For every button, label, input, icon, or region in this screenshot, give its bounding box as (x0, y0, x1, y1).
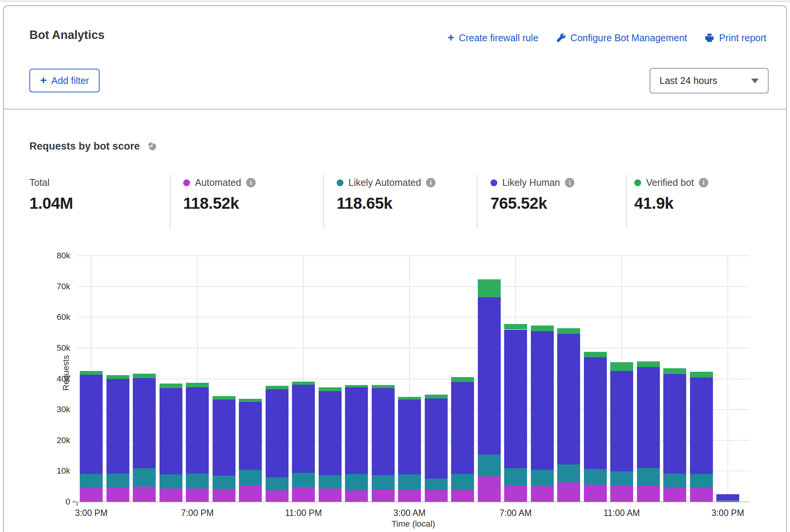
bar-segment-likely-human[interactable] (106, 379, 129, 474)
configure-bot-management-link[interactable]: Configure Bot Management (556, 32, 687, 44)
bar-segment-likely-human[interactable] (504, 330, 527, 469)
bar-segment-verified-bot[interactable] (478, 279, 501, 297)
bar-segment-verified-bot[interactable] (610, 362, 633, 371)
bar-segment-automated[interactable] (319, 488, 342, 502)
bar-segment-verified-bot[interactable] (584, 352, 607, 358)
bar-segment-verified-bot[interactable] (372, 385, 395, 388)
bar-segment-automated[interactable] (504, 485, 527, 502)
bar-segment-likely-human[interactable] (319, 391, 342, 475)
bar-segment-likely-human[interactable] (531, 331, 554, 470)
bar-segment-automated[interactable] (239, 485, 262, 502)
bar-segment-automated[interactable] (133, 487, 156, 502)
bar-segment-likely-automated[interactable] (663, 474, 686, 488)
bar-segment-likely-human[interactable] (637, 367, 660, 468)
info-icon[interactable]: i (246, 178, 256, 187)
bar-segment-automated[interactable] (372, 490, 395, 502)
info-icon[interactable]: i (426, 178, 435, 187)
bar-segment-likely-human[interactable] (451, 382, 474, 474)
bar-segment-likely-automated[interactable] (213, 476, 235, 489)
bar-segment-likely-automated[interactable] (584, 469, 607, 485)
bar-segment-likely-automated[interactable] (186, 474, 209, 488)
bar-segment-verified-bot[interactable] (345, 385, 368, 387)
create-firewall-rule-link[interactable]: + Create firewall rule (448, 32, 538, 44)
bar-segment-likely-automated[interactable] (478, 455, 501, 476)
bar-segment-likely-automated[interactable] (637, 468, 660, 486)
bar-segment-verified-bot[interactable] (425, 395, 448, 398)
bar-segment-likely-automated[interactable] (319, 475, 342, 488)
bar-segment-likely-human[interactable] (690, 377, 713, 474)
bar-segment-likely-automated[interactable] (451, 474, 474, 490)
bar-segment-likely-automated[interactable] (531, 470, 554, 486)
bar-segment-likely-automated[interactable] (372, 475, 395, 490)
add-filter-button[interactable]: + Add filter (29, 69, 100, 92)
bar-segment-verified-bot[interactable] (663, 368, 686, 374)
time-range-select[interactable]: Last 24 hours (650, 68, 769, 94)
bar-segment-likely-human[interactable] (266, 389, 289, 477)
bar-segment-likely-human[interactable] (584, 357, 607, 469)
bar-segment-likely-automated[interactable] (160, 474, 182, 488)
bar-segment-automated[interactable] (663, 488, 686, 502)
bar-segment-verified-bot[interactable] (80, 371, 103, 375)
bar-segment-verified-bot[interactable] (451, 377, 474, 382)
bar-segment-automated[interactable] (106, 488, 129, 502)
bar-segment-likely-automated[interactable] (292, 473, 315, 487)
bar-segment-automated[interactable] (610, 485, 633, 502)
bar-segment-likely-human[interactable] (557, 334, 580, 465)
bar-segment-automated[interactable] (451, 490, 474, 502)
bar-segment-verified-bot[interactable] (398, 397, 421, 400)
bar-segment-verified-bot[interactable] (557, 328, 580, 334)
bar-segment-likely-human[interactable] (345, 387, 368, 474)
bar-segment-verified-bot[interactable] (160, 384, 182, 388)
bar-segment-likely-automated[interactable] (106, 474, 129, 488)
bar-segment-verified-bot[interactable] (213, 396, 235, 400)
bar-segment-likely-automated[interactable] (557, 464, 580, 482)
bar-segment-automated[interactable] (637, 486, 660, 502)
bar-segment-likely-automated[interactable] (425, 479, 448, 490)
bar-segment-likely-automated[interactable] (345, 474, 368, 490)
bar-segment-likely-automated[interactable] (80, 474, 103, 488)
bar-segment-automated[interactable] (292, 487, 315, 502)
bar-segment-verified-bot[interactable] (292, 382, 315, 385)
bar-segment-likely-human[interactable] (80, 375, 103, 474)
bar-segment-verified-bot[interactable] (504, 324, 527, 330)
bar-segment-likely-human[interactable] (425, 398, 448, 479)
bar-segment-automated[interactable] (266, 490, 289, 502)
info-icon[interactable]: i (565, 178, 574, 187)
bar-segment-automated[interactable] (160, 488, 182, 502)
bar-segment-automated[interactable] (425, 490, 448, 502)
bar-segment-likely-human[interactable] (663, 374, 686, 474)
bar-segment-likely-human[interactable] (239, 402, 262, 470)
bar-segment-automated[interactable] (186, 488, 209, 502)
bar-segment-likely-automated[interactable] (716, 500, 739, 501)
bar-segment-verified-bot[interactable] (186, 383, 209, 387)
bar-segment-likely-automated[interactable] (610, 471, 633, 485)
bar-segment-likely-automated[interactable] (398, 474, 421, 490)
bar-segment-automated[interactable] (557, 482, 580, 502)
bar-segment-automated[interactable] (398, 490, 421, 502)
bar-segment-likely-human[interactable] (186, 387, 209, 474)
bar-segment-likely-human[interactable] (478, 297, 501, 455)
bar-segment-likely-human[interactable] (716, 494, 739, 500)
bar-segment-likely-human[interactable] (610, 371, 633, 471)
bar-segment-likely-automated[interactable] (239, 470, 262, 485)
bar-segment-likely-human[interactable] (292, 385, 315, 473)
bar-segment-likely-automated[interactable] (266, 477, 289, 490)
bar-segment-verified-bot[interactable] (690, 372, 713, 377)
bar-segment-verified-bot[interactable] (637, 361, 660, 367)
bar-segment-likely-human[interactable] (213, 400, 235, 475)
bar-segment-automated[interactable] (213, 489, 235, 502)
print-report-link[interactable]: Print report (705, 32, 766, 44)
bar-segment-automated[interactable] (584, 485, 607, 502)
bar-segment-verified-bot[interactable] (133, 374, 156, 378)
bar-segment-automated[interactable] (531, 486, 554, 502)
bar-segment-verified-bot[interactable] (239, 399, 262, 402)
bar-segment-likely-human[interactable] (372, 388, 395, 475)
bar-segment-likely-human[interactable] (133, 378, 156, 468)
bar-segment-automated[interactable] (80, 488, 103, 502)
bar-segment-automated[interactable] (716, 501, 739, 502)
bar-segment-verified-bot[interactable] (106, 375, 129, 379)
bar-segment-likely-automated[interactable] (133, 468, 156, 487)
bar-segment-likely-human[interactable] (398, 400, 421, 474)
bar-segment-verified-bot[interactable] (531, 326, 554, 331)
bar-segment-likely-human[interactable] (160, 388, 182, 474)
